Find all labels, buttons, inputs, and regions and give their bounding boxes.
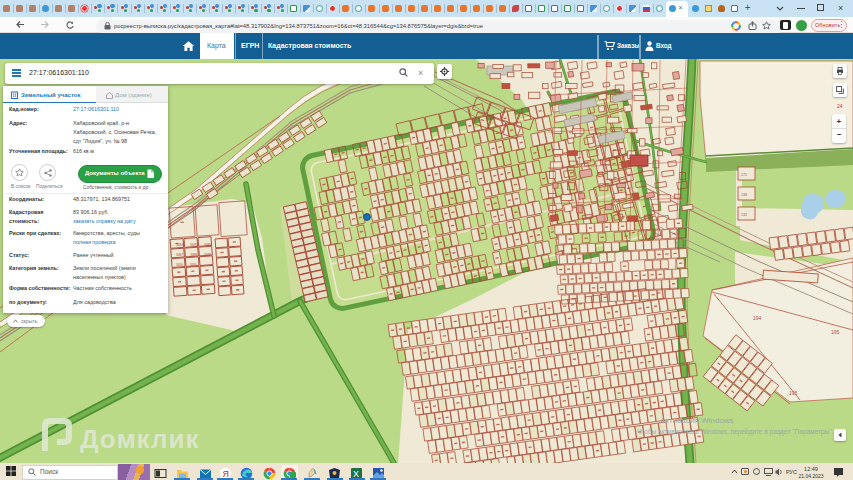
svg-text:3488: 3488 <box>190 253 197 257</box>
svg-text:132: 132 <box>741 213 747 217</box>
svg-text:195: 195 <box>789 390 798 396</box>
svg-text:3486: 3486 <box>204 243 211 247</box>
svg-text:3491: 3491 <box>190 263 197 267</box>
svg-text:Я: Я <box>222 469 229 479</box>
svg-text:3485: 3485 <box>190 243 197 247</box>
svg-text:3484: 3484 <box>176 243 183 247</box>
svg-text:195: 195 <box>831 329 840 335</box>
svg-text:3489: 3489 <box>204 253 211 257</box>
svg-text:194: 194 <box>753 315 762 321</box>
svg-text:3487: 3487 <box>176 253 183 257</box>
svg-text:171: 171 <box>741 173 747 177</box>
svg-text:3490: 3490 <box>176 263 183 267</box>
svg-text:138: 138 <box>741 193 747 197</box>
